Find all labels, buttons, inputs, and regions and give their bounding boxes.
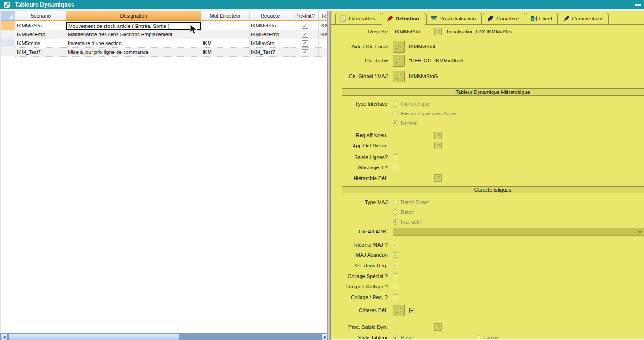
preinit-checkbox[interactable] <box>302 49 308 55</box>
help-button[interactable]: ? <box>434 142 442 149</box>
cell-scenario[interactable]: IKM_Test7 <box>15 48 66 57</box>
cell-requete[interactable]: IKMSecEmp <box>250 30 291 39</box>
radio-batch[interactable] <box>393 209 398 215</box>
window-title: Tableurs Dynamiques <box>15 1 74 8</box>
radio-batch-direct[interactable] <box>393 200 398 205</box>
tab-excel[interactable]: X Excel <box>526 13 558 24</box>
active-cell[interactable]: Mouvement de stock article ( Entrée/ Sor… <box>66 22 201 30</box>
excel-icon: X <box>530 15 537 22</box>
cell-designation[interactable]: Mouvement de stock article ( Entrée/ Sor… <box>66 21 201 30</box>
file-att-adb-combobox[interactable] <box>393 228 644 236</box>
cell-mot[interactable] <box>201 30 250 39</box>
hand-writing-button[interactable] <box>393 55 405 67</box>
hand-writing-button[interactable] <box>393 71 405 82</box>
affichage-0-checkbox[interactable] <box>393 165 398 170</box>
cell-designation[interactable]: Inventaire d'une section <box>66 39 201 48</box>
field-label: Ctr. Sortie <box>332 55 388 67</box>
tab-label: Excel <box>539 16 552 21</box>
cell-requete[interactable]: IKM_Test7 <box>250 48 291 57</box>
titlebar: Tableurs Dynamiques <box>0 0 644 9</box>
field-aide-ctr-local: Aide / Ctr. Local IKMMvtStoL <box>331 41 644 53</box>
cell-r[interactable]: IKM <box>319 30 327 39</box>
tab-commentaire[interactable]: Commentaire <box>559 13 609 24</box>
hand-writing-button[interactable] <box>393 41 405 53</box>
field-label: Hiérarchie Déf. <box>332 174 388 182</box>
field-type-maj: Type MAJ Batch Direct <box>331 199 644 207</box>
cell-scenario[interactable]: IKMSecEmp <box>15 30 66 39</box>
scrollbar-thumb[interactable] <box>8 334 179 340</box>
row-selector[interactable] <box>1 48 15 57</box>
col-header-requete[interactable]: Requête <box>250 11 291 21</box>
help-button[interactable]: ? <box>434 323 442 331</box>
cell-mot[interactable]: IKM <box>201 39 250 48</box>
col-header-scenario[interactable]: Scénario <box>15 11 66 21</box>
radio-hierarchique[interactable] <box>393 101 398 107</box>
col-header-designation[interactable]: Désignation <box>66 11 201 21</box>
collage-req-checkbox[interactable] <box>393 294 398 300</box>
field-requete: Requête IKMMvtSto ? Initialisation TDY I… <box>331 28 644 36</box>
row-selector[interactable] <box>1 30 15 39</box>
col-header-mot-directeur[interactable]: Mot Directeur <box>201 11 250 21</box>
field-label: Collage Spécial ? <box>332 273 388 280</box>
field-criteres-def: Critères Déf. [+] <box>331 305 644 316</box>
splitter-handle[interactable] <box>327 11 331 340</box>
select-all-corner[interactable] <box>1 11 15 21</box>
cell-requete[interactable]: IKMMvtSto <box>250 21 291 30</box>
row-selector[interactable] <box>1 39 15 48</box>
cell-preinit[interactable] <box>291 48 319 57</box>
radio-label: Hiérarchique avec Arbre <box>401 110 456 117</box>
scroll-left-button[interactable]: ◄ <box>0 334 8 340</box>
field-label: Saisie Lignes? <box>332 153 388 161</box>
hand-writing-button[interactable] <box>393 305 405 316</box>
saisie-lignes-checkbox[interactable] <box>393 154 398 160</box>
maj-abandon-checkbox[interactable] <box>393 252 398 258</box>
tab-generalites[interactable]: Généralités <box>335 13 381 24</box>
sel-dans-req-checkbox[interactable] <box>393 263 398 268</box>
aide-value[interactable]: IKMMvtStoL <box>409 41 437 53</box>
help-button[interactable]: ? <box>434 174 442 182</box>
cell-r[interactable]: IKM <box>319 21 327 30</box>
cell-mot[interactable] <box>201 21 250 30</box>
col-header-r[interactable]: R <box>319 11 327 21</box>
field-type-interface-opt2: Hiérarchique avec Arbre <box>331 110 644 118</box>
hand-writing-icon <box>394 73 403 81</box>
cell-preinit[interactable] <box>291 30 319 39</box>
minimize-button[interactable] <box>635 4 641 6</box>
requete-value[interactable]: IKMMvtSto <box>395 28 420 35</box>
field-label: Intégrité MAJ ? <box>332 241 388 248</box>
integrite-maj-checkbox[interactable] <box>393 242 398 247</box>
cell-scenario[interactable]: IKMMvtSto <box>15 21 66 30</box>
cell-r[interactable] <box>319 39 327 48</box>
collage-special-checkbox[interactable] <box>393 273 398 279</box>
cell-mot[interactable]: IKM <box>201 48 250 57</box>
preinit-checkbox[interactable] <box>302 40 308 47</box>
help-button[interactable]: ? <box>434 28 442 35</box>
cell-designation[interactable]: Maintenance des liens Sections Emplaceme… <box>66 30 201 39</box>
cell-designation[interactable]: Mise à jour prix ligne de commande <box>66 48 201 57</box>
tab-definition[interactable]: Définition <box>382 13 425 25</box>
cell-preinit[interactable] <box>291 39 319 48</box>
col-header-preinit[interactable]: Pré-Init? <box>291 11 319 21</box>
radio-normal[interactable] <box>393 120 398 126</box>
field-file-att-adb: File Att.ADB. <box>331 228 644 236</box>
cell-r[interactable] <box>319 48 327 57</box>
preinit-checkbox[interactable] <box>302 32 308 38</box>
radio-interactif[interactable] <box>393 219 398 225</box>
cell-preinit[interactable] <box>291 21 319 30</box>
tab-label: Commentaire <box>572 16 603 21</box>
field-label: Type MAJ <box>332 199 388 206</box>
radio-evolue[interactable] <box>475 335 480 340</box>
cell-requete[interactable]: IKMInvSto <box>250 39 291 48</box>
preinit-checkbox[interactable] <box>302 23 308 29</box>
tab-pre-initialisation[interactable]: Pré-Initialisation <box>426 13 482 24</box>
horizontal-scrollbar[interactable]: ◄ ► <box>0 333 330 340</box>
global-value[interactable]: IKMMvtStoG <box>409 71 438 82</box>
tab-caractere[interactable]: Caractère <box>483 13 525 24</box>
row-selector[interactable] <box>1 21 15 30</box>
cell-scenario[interactable]: IKMStoInv <box>15 39 66 48</box>
integrite-collage-checkbox[interactable] <box>393 284 398 289</box>
help-button[interactable]: ? <box>434 132 442 139</box>
radio-base[interactable] <box>393 335 398 340</box>
sortie-value[interactable]: *DER-CTL,IKMMvtStoS <box>409 55 463 67</box>
radio-hierarchique-arbre[interactable] <box>393 111 398 116</box>
